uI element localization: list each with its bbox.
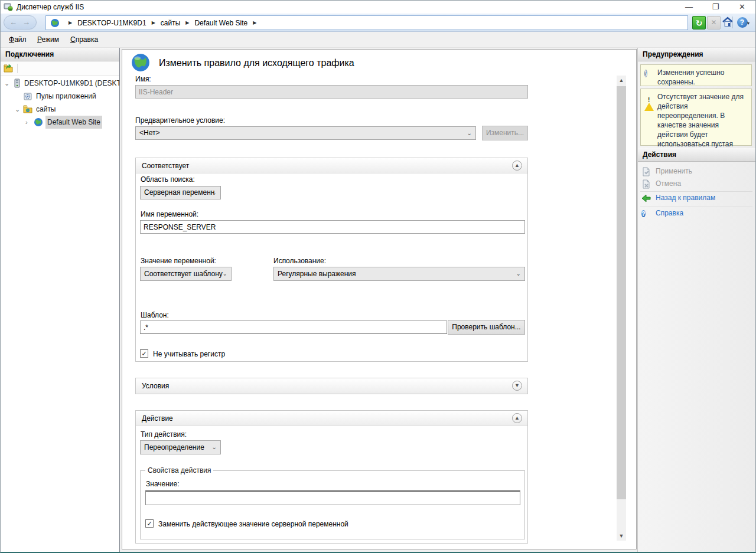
scope-select[interactable]: Серверная переменн ⌄ [140,186,221,199]
name-label: Имя: [135,75,151,83]
ignore-case-label: Не учитывать регистр [153,350,225,358]
pattern-label: Шаблон: [141,311,169,319]
restore-button[interactable]: ❐ [702,1,729,14]
conditions-section: Условия ▼ [135,378,528,394]
application-pools-icon [23,91,32,101]
collapse-icon[interactable]: ▲ [512,413,522,423]
tree-item-server[interactable]: ⌄ DESKTOP-U1MK9D1 (DESKTOI [1,77,119,90]
chevron-down-icon: ⌄ [212,441,217,454]
actions-header: Действия [638,148,755,162]
menu-bar: Файл Режим Справка [1,32,755,48]
using-select[interactable]: Регулярные выражения ⌄ [273,267,525,281]
breadcrumb-arrow-icon: ▶ [63,20,77,25]
chevron-down-icon: ⌄ [516,267,521,280]
collapse-icon[interactable]: ▲ [512,161,522,171]
title-bar: Диспетчер служб IIS — ❐ ✕ [1,1,755,14]
breadcrumb-arrow-icon: ▶ [247,20,262,25]
server-icon [12,78,22,88]
action-value-label: Значение: [146,480,180,488]
nav-buttons: ← → [4,15,37,30]
forward-button[interactable]: → [22,18,30,27]
scroll-down-icon[interactable]: ▼ [617,531,626,541]
chevron-down-icon: ⌄ [212,186,217,199]
right-panel: Предупреждения i Изменения успешно сохра… [637,48,755,552]
breadcrumb-sites[interactable]: сайты [161,19,181,27]
test-pattern-button[interactable]: Проверить шаблон... [448,320,525,335]
action-type-select[interactable]: Переопределение ⌄ [140,440,221,454]
tree-item-app-pools[interactable]: Пулы приложений [1,90,119,103]
action-value-input[interactable] [145,490,520,505]
replace-value-checkbox[interactable]: ✓ [145,519,154,528]
iis-manager-window: Диспетчер служб IIS — ❐ ✕ ← → ▶ DESKTOP-… [0,0,756,553]
info-icon: i [644,68,654,78]
divider [640,207,752,207]
page-globe-icon [131,53,151,73]
address-bar: ← → ▶ DESKTOP-U1MK9D1 ▶ сайты ▶ Default … [1,14,755,32]
app-icon [4,2,13,12]
chevron-down-icon: ⌄ [223,267,227,280]
page-title: Изменить правило для исходящего трафика [159,58,354,68]
pattern-input[interactable] [140,320,447,334]
connections-header: Подключения [1,48,119,61]
refresh-icon[interactable]: ↻ [692,16,706,30]
site-globe-icon [34,117,43,127]
scroll-up-icon[interactable]: ▲ [617,76,626,85]
minimize-button[interactable]: — [676,1,702,14]
chevron-down-icon[interactable]: ⌄ [4,77,11,90]
sites-folder-icon [23,104,32,114]
warning-icon [644,94,654,103]
variable-value-select[interactable]: Соответствует шаблону ⌄ [140,267,232,281]
window-title: Диспетчер служб IIS [17,3,84,11]
action-type-label: Тип действия: [141,430,187,439]
help-dropdown-icon[interactable]: ▾ [747,21,750,26]
toolbar-divider [732,17,733,28]
scope-label: Область поиска: [141,175,195,184]
variable-name-input[interactable] [140,220,525,234]
action-section-header[interactable]: Действие ▲ [136,411,527,426]
using-label: Использование: [273,257,326,265]
conditions-section-header[interactable]: Условия ▼ [136,378,527,394]
alert-warning: Отсутствует значение для действия переоп… [640,89,752,146]
breadcrumb-server[interactable]: DESKTOP-U1MK9D1 [77,19,146,27]
expand-icon[interactable]: ▼ [512,381,522,391]
variable-value-label: Значение переменной: [141,257,216,265]
precondition-label: Предварительное условие: [135,116,225,125]
scrollbar-thumb[interactable] [617,86,626,499]
breadcrumb[interactable]: ▶ DESKTOP-U1MK9D1 ▶ сайты ▶ Default Web … [45,15,688,30]
save-connections-icon[interactable] [4,64,13,73]
divider [640,191,752,192]
ignore-case-checkbox[interactable]: ✓ [140,349,148,358]
connections-toolbar [1,61,119,76]
apply-icon [641,167,651,176]
stop-icon: ✕ [707,16,721,30]
menu-help[interactable]: Справка [67,35,102,45]
toolbar-divider [17,64,18,73]
variable-name-label: Имя переменной: [141,210,198,218]
breadcrumb-default-web-site[interactable]: Default Web Site [194,19,247,27]
close-button[interactable]: ✕ [729,1,755,14]
chevron-down-icon: ⌄ [467,127,472,139]
tree-item-default-web-site[interactable]: › Default Web Site [1,116,119,129]
alerts-header: Предупреждения [638,48,755,61]
match-section-header[interactable]: Соответствует ▲ [136,158,527,174]
tree-item-sites[interactable]: ⌄ сайты [1,103,119,116]
menu-file[interactable]: Файл [5,35,30,45]
content-scrollbar[interactable]: ▲ ▼ [617,76,626,541]
globe-icon [50,18,60,28]
breadcrumb-arrow-icon: ▶ [146,20,161,25]
back-arrow-icon [641,194,651,203]
precondition-select[interactable]: <Нет> ⌄ [135,126,476,140]
alert-info: i Изменения успешно сохранены. [640,64,752,86]
replace-value-label: Заменить действующее значение серверной … [158,520,348,528]
breadcrumb-arrow-icon: ▶ [180,20,194,25]
help-circle-icon: ? [641,209,651,218]
change-precondition-button: Изменить... [482,126,528,140]
back-button[interactable]: ← [9,18,17,27]
action-properties-title: Свойства действия [145,466,213,475]
menu-view[interactable]: Режим [34,35,63,45]
chevron-right-icon[interactable]: › [25,116,32,129]
chevron-down-icon[interactable]: ⌄ [15,103,22,116]
cancel-icon [641,179,651,189]
connections-panel: Подключения ⌄ DESKTOP-U1MK9D1 (DESKTOI [1,48,120,552]
name-input [135,85,528,99]
